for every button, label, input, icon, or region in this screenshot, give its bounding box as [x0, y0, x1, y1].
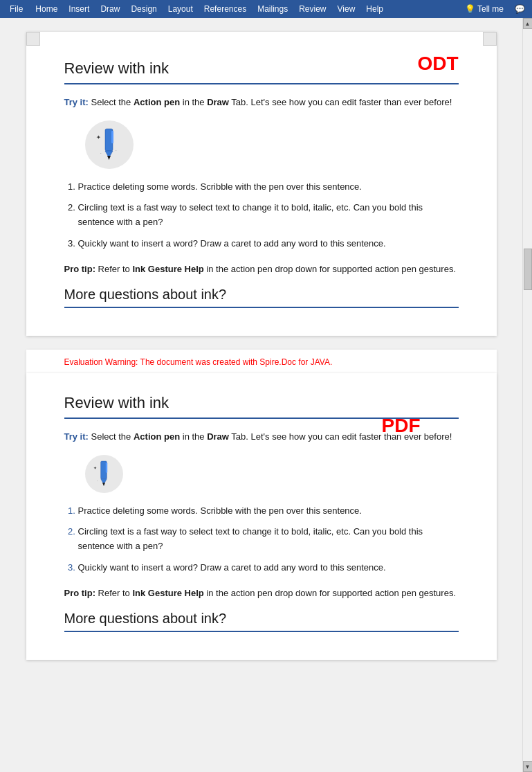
pdf-try-it-text: Select the — [89, 431, 134, 442]
pdf-list: Practice deleting some words. Scribble w… — [78, 504, 459, 575]
odt-label: ODT — [417, 53, 458, 75]
svg-text:·: · — [100, 151, 102, 155]
list-item-1: Practice deleting some words. Scribble w… — [78, 180, 459, 195]
odt-title-line — [64, 83, 459, 84]
pen-icon-area: ✦ · · — [85, 120, 459, 169]
odt-list: Practice deleting some words. Scribble w… — [78, 180, 459, 251]
menubar: File Home Insert Draw Design Layout Refe… — [0, 0, 532, 18]
odt-section-line — [64, 307, 459, 308]
menubar-right-group: 💡 Tell me 💬 — [461, 3, 529, 15]
pdf-pen-icon-area: ✦ · — [85, 455, 459, 493]
try-it-text-1: Select the — [89, 97, 134, 107]
menu-review[interactable]: Review — [293, 1, 331, 17]
pdf-draw-tab: Draw — [207, 431, 229, 442]
list-item-2: Circling text is a fast way to select te… — [78, 201, 459, 230]
svg-marker-2 — [107, 156, 111, 160]
pdf-pen-icon: ✦ · — [91, 458, 116, 489]
menu-design[interactable]: Design — [125, 1, 162, 17]
pen-drawing-icon: ✦ · · — [93, 125, 125, 163]
svg-text:·: · — [97, 479, 98, 483]
menu-layout[interactable]: Layout — [163, 1, 199, 17]
pdf-section-heading: More questions about ink? — [64, 611, 459, 627]
svg-marker-9 — [102, 483, 105, 486]
svg-rect-10 — [106, 463, 107, 473]
svg-text:✦: ✦ — [93, 465, 97, 470]
comments-button[interactable]: 💬 — [511, 3, 529, 15]
page-corner-left — [26, 32, 40, 46]
menu-insert[interactable]: Insert — [63, 1, 95, 17]
menu-draw[interactable]: Draw — [95, 1, 125, 17]
in-the-text: in the — [180, 97, 207, 107]
pdf-list-item-2-text: Circling text is a fast way to select te… — [78, 526, 423, 551]
menu-mailings[interactable]: Mailings — [252, 1, 293, 17]
odt-try-it-para: Try it: Select the Action pen in the Dra… — [64, 96, 459, 109]
pdf-pro-tip-rest: in the action pen drop down for supporte… — [204, 588, 456, 598]
scrollbar[interactable]: ▲ ▼ — [522, 18, 532, 772]
scroll-up-button[interactable]: ▲ — [523, 18, 533, 29]
list-item-3: Quickly want to insert a word? Draw a ca… — [78, 237, 459, 251]
menu-view[interactable]: View — [332, 1, 361, 17]
pdf-pen-circle: ✦ · — [85, 455, 123, 493]
document-container[interactable]: ODT Review with ink Try it: Select the A… — [0, 18, 522, 772]
pdf-pro-tip-label: Pro tip: — [64, 588, 96, 598]
pdf-list-item-1: Practice deleting some words. Scribble w… — [78, 504, 459, 519]
scroll-track[interactable] — [523, 29, 532, 761]
try-it-label: Try it: — [64, 97, 89, 107]
menu-home[interactable]: Home — [30, 1, 63, 17]
menu-file[interactable]: File — [3, 1, 30, 17]
action-pen-bold: Action pen — [134, 97, 180, 107]
pro-tip-label: Pro tip: — [64, 264, 96, 274]
scroll-thumb[interactable] — [524, 249, 532, 290]
pdf-ink-gesture: Ink Gesture Help — [132, 588, 203, 598]
pdf-title: Review with ink — [64, 394, 459, 412]
pdf-pro-tip-text: Refer to — [95, 588, 132, 598]
menu-help[interactable]: Help — [360, 1, 389, 17]
draw-tab-bold: Draw — [207, 97, 229, 107]
tell-me-button[interactable]: 💡 Tell me — [461, 3, 508, 15]
pdf-list-item-2: Circling text is a fast way to select te… — [78, 525, 459, 554]
odt-pro-tip-para: Pro tip: Refer to Ink Gesture Help in th… — [64, 262, 459, 276]
svg-rect-3 — [111, 131, 113, 143]
svg-text:✦: ✦ — [96, 134, 101, 141]
pdf-section-line — [64, 631, 459, 632]
pdf-action-pen: Action pen — [134, 431, 180, 442]
pro-tip-rest: in the action pen drop down for supporte… — [204, 264, 456, 274]
pen-circle-icon: ✦ · · — [85, 120, 134, 169]
pdf-pro-tip-para: Pro tip: Refer to Ink Gesture Help in th… — [64, 586, 459, 600]
svg-text:·: · — [116, 148, 117, 152]
pdf-label: PDF — [382, 415, 421, 437]
scroll-down-button[interactable]: ▼ — [523, 761, 533, 772]
menu-references[interactable]: References — [199, 1, 252, 17]
page-corner-right — [483, 32, 497, 46]
main-area: ODT Review with ink Try it: Select the A… — [0, 18, 532, 772]
pdf-list-item-1-text: Practice deleting some words. Scribble w… — [78, 505, 362, 516]
odt-section-heading: More questions about ink? — [64, 287, 459, 303]
odt-page: ODT Review with ink Try it: Select the A… — [26, 32, 497, 336]
pdf-list-item-3-text: Quickly want to insert a word? Draw a ca… — [78, 562, 386, 573]
pdf-page: PDF Review with ink Try it: Select the A… — [26, 373, 497, 660]
try-it-rest: Tab. Let's see how you can edit faster t… — [229, 97, 452, 107]
pro-tip-text: Refer to — [95, 264, 132, 274]
pdf-list-item-3: Quickly want to insert a word? Draw a ca… — [78, 561, 459, 575]
eval-warning-bar: Evaluation Warning: The document was cre… — [26, 350, 497, 373]
pdf-try-it-label: Try it: — [64, 431, 89, 442]
eval-warning-text: Evaluation Warning: The document was cre… — [64, 357, 333, 367]
odt-title: Review with ink — [64, 60, 459, 78]
ink-gesture-bold: Ink Gesture Help — [132, 264, 203, 274]
pdf-in-the: in the — [180, 431, 207, 442]
